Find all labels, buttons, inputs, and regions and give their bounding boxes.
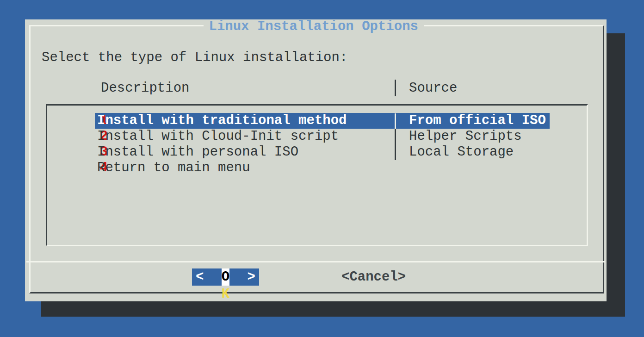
item-description: Install with traditional method bbox=[97, 113, 347, 129]
ok-cursor-char: O bbox=[222, 268, 229, 286]
dialog-window: Linux Installation Options Select the ty… bbox=[25, 19, 607, 301]
column-header-source: Source bbox=[409, 81, 457, 96]
ok-close-bracket: > bbox=[248, 268, 255, 286]
cancel-button[interactable]: <Cancel> bbox=[341, 269, 406, 285]
column-divider-rows bbox=[395, 129, 396, 160]
ok-open-bracket: < bbox=[196, 268, 204, 286]
ok-button[interactable]: < OK > bbox=[192, 268, 259, 286]
item-source: Local Storage bbox=[409, 144, 514, 160]
ok-label: OK bbox=[222, 268, 229, 286]
menu-item-cloud-init[interactable]: 2 Install with Cloud-Init script Helper … bbox=[25, 129, 607, 144]
terminal-screen: Linux Installation Options Select the ty… bbox=[0, 0, 644, 337]
item-description: Return to main menu bbox=[97, 160, 250, 176]
item-description: Install with Cloud-Init script bbox=[97, 129, 339, 144]
column-divider-header bbox=[395, 80, 396, 96]
button-area-separator bbox=[26, 261, 605, 262]
menu-item-traditional[interactable]: 1 Install with traditional method From o… bbox=[25, 113, 607, 129]
item-source: From official ISO bbox=[409, 113, 546, 129]
column-divider-selected-row bbox=[395, 113, 396, 129]
item-source: Helper Scripts bbox=[409, 129, 522, 144]
dialog-title: Linux Installation Options bbox=[203, 19, 423, 34]
prompt-text: Select the type of Linux installation: bbox=[42, 50, 347, 66]
menu-item-return-main-menu[interactable]: 4 Return to main menu bbox=[25, 160, 607, 176]
item-description: Install with personal ISO bbox=[97, 144, 298, 160]
ok-hotkey-char: K bbox=[222, 286, 229, 303]
column-header-description: Description bbox=[101, 81, 189, 96]
menu-item-personal-iso[interactable]: 3 Install with personal ISO Local Storag… bbox=[25, 144, 607, 160]
